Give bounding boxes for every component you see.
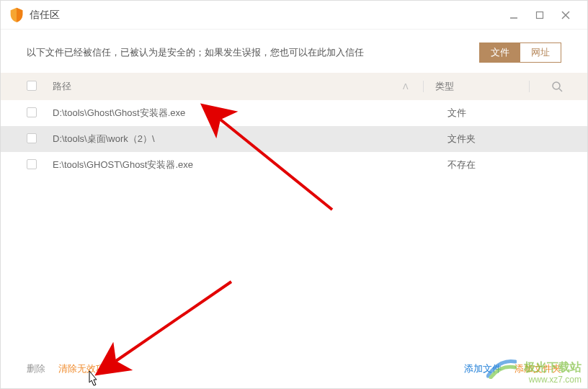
svg-rect-1 <box>537 12 543 18</box>
shield-icon <box>9 7 24 23</box>
header-type[interactable]: 类型 <box>435 80 529 93</box>
svg-line-5 <box>559 89 562 91</box>
row-path: D:\tools\桌面\work（2）\ <box>53 133 447 146</box>
row-type: 文件 <box>447 107 587 120</box>
tab-group: 文件 网址 <box>479 43 561 63</box>
header-path[interactable]: 路径 ᐱ <box>53 80 423 93</box>
maximize-button[interactable] <box>527 4 553 27</box>
header-path-label: 路径 <box>53 80 71 93</box>
row-path: E:\tools\GHOST\Ghost安装器.exe <box>53 158 447 171</box>
tab-url[interactable]: 网址 <box>520 43 561 62</box>
table-row[interactable]: D:\tools\Ghost\Ghost安装器.exe 文件 <box>1 100 587 126</box>
table-header: 路径 ᐱ 类型 <box>1 73 587 100</box>
table-row[interactable]: E:\tools\GHOST\Ghost安装器.exe 不存在 <box>1 152 587 178</box>
header-checkbox-cell <box>27 81 53 93</box>
delete-button[interactable]: 删除 <box>27 362 45 375</box>
row-type: 不存在 <box>447 158 587 171</box>
row-checkbox[interactable] <box>27 159 37 169</box>
titlebar: 信任区 <box>1 1 587 30</box>
tab-file[interactable]: 文件 <box>480 43 520 62</box>
add-file-button[interactable]: 添加文件 <box>464 362 502 375</box>
minimize-button[interactable] <box>501 4 527 27</box>
row-path: D:\tools\Ghost\Ghost安装器.exe <box>53 107 447 120</box>
sort-caret-icon: ᐱ <box>403 82 409 91</box>
header-type-label: 类型 <box>435 81 454 91</box>
info-text: 以下文件已经被信任，已被认为是安全的；如果发生误报，您也可以在此加入信任 <box>27 46 479 59</box>
row-checkbox[interactable] <box>27 107 37 117</box>
header-search[interactable] <box>541 81 587 92</box>
svg-point-4 <box>553 82 560 89</box>
info-row: 以下文件已经被信任，已被认为是安全的；如果发生误报，您也可以在此加入信任 文件 … <box>1 30 587 73</box>
close-button[interactable] <box>553 4 579 27</box>
window-title: 信任区 <box>30 9 60 22</box>
table-row[interactable]: D:\tools\桌面\work（2）\ 文件夹 <box>1 126 587 152</box>
row-checkbox[interactable] <box>27 133 37 143</box>
search-icon <box>551 81 563 92</box>
clear-invalid-button[interactable]: 清除无效项 <box>58 362 105 375</box>
header-divider-2 <box>529 81 530 92</box>
add-folder-button[interactable]: 添加文件夹 <box>514 362 561 375</box>
row-type: 文件夹 <box>447 133 587 146</box>
footer: 删除 清除无效项 添加文件 添加文件夹 <box>1 349 587 388</box>
header-divider <box>423 81 424 92</box>
select-all-checkbox[interactable] <box>27 81 37 91</box>
